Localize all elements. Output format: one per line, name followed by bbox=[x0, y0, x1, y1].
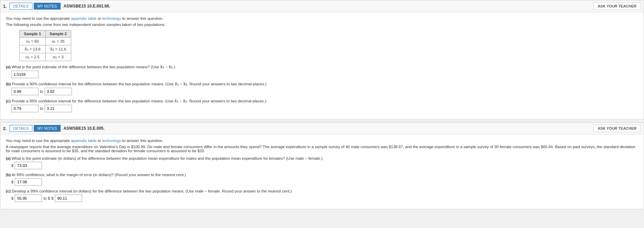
question-header-1: 1.DETAILSMY NOTESASWSBE15 10.E.001.MI.AS… bbox=[0, 0, 644, 12]
ask-teacher-button-1[interactable]: ASK YOUR TEACHER bbox=[593, 2, 641, 10]
separator-2-3: to $ bbox=[43, 196, 50, 200]
details-button-1[interactable]: DETAILS bbox=[10, 3, 32, 10]
answer-input-2-3-2[interactable] bbox=[55, 195, 82, 202]
separator-1-3: to bbox=[40, 106, 43, 111]
question-id-2: ASWSBE15 10.E.005. bbox=[63, 126, 105, 131]
answer-input-2-2-1[interactable] bbox=[15, 178, 42, 186]
instruction1-1: You may need to use the appropriate appe… bbox=[6, 16, 638, 20]
technology-link2[interactable]: technology bbox=[102, 139, 121, 143]
answer-input-1-2-2[interactable] bbox=[45, 88, 72, 95]
part-row-1-1 bbox=[11, 71, 638, 78]
mynotes-button-2[interactable]: MY NOTES bbox=[34, 125, 61, 132]
answer-input-2-3-1[interactable] bbox=[15, 195, 42, 202]
part-label-1-2: (b) Provide a 90% confidence interval fo… bbox=[6, 82, 638, 86]
table-cell: σ₂ = 3 bbox=[45, 53, 71, 61]
part-label-1-3: (c) Provide a 95% confidence interval fo… bbox=[6, 99, 638, 103]
table-cell: x̄₁ = 13.6 bbox=[20, 45, 46, 53]
part-label-2-1: (a) What is the point estimate (in dolla… bbox=[6, 156, 638, 160]
separator-1-2: to bbox=[40, 89, 43, 94]
answer-input-1-1-1[interactable] bbox=[11, 71, 39, 78]
part-row-2-2: $ bbox=[11, 178, 638, 186]
question-number-2: 2. bbox=[3, 126, 7, 131]
answer-input-2-1-1[interactable] bbox=[15, 162, 42, 169]
question-body-2: You may need to use the appropriate appe… bbox=[0, 134, 644, 209]
part-label-2-2: (b) At 99% confidence, what is the margi… bbox=[6, 173, 638, 177]
table-cell: n₁ = 60 bbox=[20, 38, 46, 45]
instruction2-1: The following results come from two inde… bbox=[6, 23, 638, 27]
appendix-link2[interactable]: appendix table bbox=[71, 139, 96, 143]
table-cell: x̄₂ = 11.6 bbox=[45, 45, 71, 53]
input-prefix-2-2-1: $ bbox=[11, 180, 13, 184]
table-header: Sample 2 bbox=[45, 30, 71, 38]
table-header: Sample 1 bbox=[20, 30, 46, 38]
table-cell: n₂ = 35 bbox=[45, 38, 71, 45]
part-row-1-2: to bbox=[11, 88, 638, 95]
question-block-2: 2.DETAILSMY NOTESASWSBE15 10.E.005.ASK Y… bbox=[0, 122, 644, 209]
answer-input-1-2-1[interactable] bbox=[11, 88, 39, 95]
input-prefix-2-3-2: $ bbox=[51, 196, 53, 200]
details-button-2[interactable]: DETAILS bbox=[10, 125, 32, 132]
part-label-1-1: (a) What is the point estimate of the di… bbox=[6, 65, 638, 69]
data-table-1: Sample 1Sample 2n₁ = 60n₂ = 35x̄₁ = 13.6… bbox=[19, 30, 71, 61]
input-prefix-2-3-1: $ bbox=[11, 196, 13, 200]
part-row-2-3: $to $$ bbox=[11, 195, 638, 202]
question-header-2: 2.DETAILSMY NOTESASWSBE15 10.E.005.ASK Y… bbox=[0, 123, 644, 134]
part-row-2-1: $ bbox=[11, 162, 638, 169]
ask-teacher-button-2[interactable]: ASK YOUR TEACHER bbox=[593, 125, 641, 132]
input-prefix-2-1-1: $ bbox=[11, 163, 13, 168]
instruction2-2: A newspaper reports that the average exp… bbox=[6, 145, 638, 153]
question-number-1: 1. bbox=[3, 4, 7, 9]
table-cell: σ₁ = 2.5 bbox=[20, 53, 46, 61]
question-id-1: ASWSBE15 10.E.001.MI. bbox=[63, 4, 110, 9]
instruction1-2: You may need to use the appropriate appe… bbox=[6, 139, 638, 143]
question-body-1: You may need to use the appropriate appe… bbox=[0, 12, 644, 119]
part-row-1-3: to bbox=[11, 105, 638, 112]
appendix-link[interactable]: appendix table bbox=[71, 16, 96, 20]
technology-link[interactable]: technology bbox=[102, 16, 121, 20]
mynotes-button-1[interactable]: MY NOTES bbox=[34, 3, 61, 10]
part-label-2-3: (c) Develop a 99% confidence interval (i… bbox=[6, 189, 638, 193]
question-block-1: 1.DETAILSMY NOTESASWSBE15 10.E.001.MI.AS… bbox=[0, 0, 644, 119]
answer-input-1-3-1[interactable] bbox=[11, 105, 39, 112]
answer-input-1-3-2[interactable] bbox=[45, 105, 72, 112]
